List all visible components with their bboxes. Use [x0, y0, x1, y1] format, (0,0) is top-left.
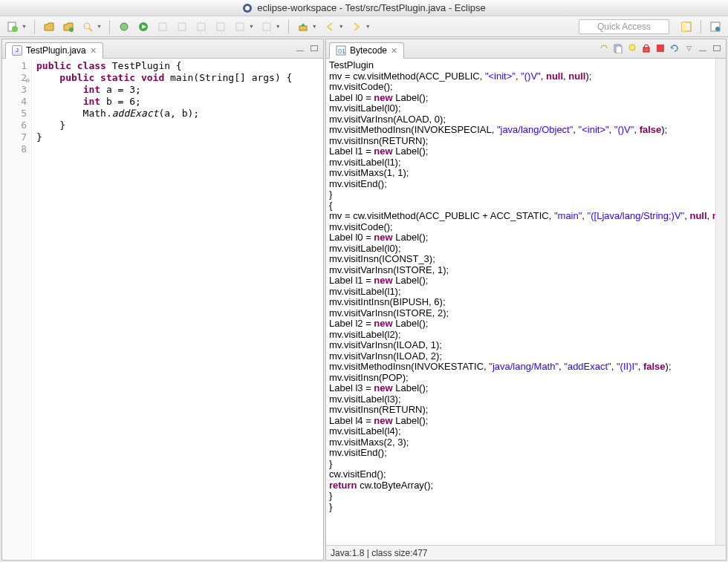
code-area[interactable]: public class TestPlugin { public static …	[32, 59, 323, 560]
open-type-button[interactable]	[60, 19, 77, 35]
bytecode-line: mv.visitMaxs(2, 3);	[329, 437, 712, 448]
bytecode-line: mv = cw.visitMethod(ACC_PUBLIC, "<init>"…	[329, 71, 712, 82]
scrollbar[interactable]	[715, 59, 726, 545]
perspective-button[interactable]	[678, 19, 695, 35]
bytecode-line: mv.visitLabel(l3);	[329, 394, 712, 405]
run-button[interactable]	[135, 19, 152, 35]
maximize-button[interactable]	[711, 42, 723, 54]
svg-rect-11	[198, 23, 205, 30]
bulb-button[interactable]	[626, 42, 638, 54]
dropdown-icon[interactable]: ▼	[22, 24, 27, 29]
debug-button[interactable]	[116, 19, 132, 35]
forward-button[interactable]	[348, 19, 365, 35]
svg-rect-23	[616, 46, 622, 53]
bytecode-line: Label l0 = new Label();	[329, 232, 712, 244]
bytecode-line: mv.visitInsn(RETURN);	[329, 405, 712, 416]
bytecode-line: Label l1 = new Label();	[329, 146, 712, 157]
bytecode-line: mv.visitInsn(POP);	[329, 373, 712, 384]
code-line[interactable]: int a = 3;	[36, 84, 319, 96]
bytecode-line: mv.visitIntInsn(BIPUSH, 6);	[329, 297, 712, 308]
svg-rect-17	[682, 22, 686, 31]
svg-point-1	[245, 6, 250, 10]
tool-button[interactable]	[193, 19, 209, 35]
copy-button[interactable]	[612, 42, 624, 54]
code-line[interactable]: }	[36, 120, 319, 131]
window-title: eclipse-workspace - Test/src/TestPlugin.…	[257, 2, 486, 13]
code-line[interactable]: public static void main(String[] args) {	[36, 72, 319, 84]
link-button[interactable]	[598, 42, 610, 54]
dropdown-icon[interactable]: ▼	[339, 24, 344, 29]
open-button[interactable]	[41, 19, 57, 35]
bytecode-line: return cw.toByteArray();	[329, 480, 712, 491]
code-line[interactable]: Math.addExact(a, b);	[36, 108, 319, 120]
bytecode-icon: 01	[336, 45, 346, 56]
status-text: Java:1.8 | class size:477	[331, 548, 428, 558]
lock-button[interactable]	[640, 42, 652, 54]
build-button[interactable]	[295, 19, 311, 35]
svg-point-5	[84, 23, 90, 29]
search-button[interactable]	[79, 19, 96, 35]
svg-line-6	[89, 28, 92, 31]
svg-rect-12	[217, 23, 224, 30]
minimize-button[interactable]	[294, 42, 306, 54]
minimize-button[interactable]	[697, 42, 709, 54]
bytecode-line: mv.visitVarInsn(ISTORE, 2);	[329, 308, 712, 319]
dropdown-icon[interactable]: ▼	[312, 24, 317, 29]
bytecode-line: }	[329, 189, 712, 200]
bytecode-line: cw.visitEnd();	[329, 469, 712, 480]
bytecode-line: mv = cw.visitMethod(ACC_PUBLIC + ACC_STA…	[329, 211, 712, 222]
bytecode-header: TestPlugin	[329, 60, 712, 71]
svg-rect-9	[159, 23, 166, 30]
editor-pane: J TestPlugin.java ✕ 12⊖345678 public cla…	[1, 39, 324, 561]
bytecode-line: mv.visitEnd();	[329, 448, 712, 459]
tool-button[interactable]	[232, 19, 248, 35]
bytecode-statusbar: Java:1.8 | class size:477	[326, 545, 726, 560]
tab-label: TestPlugin.java	[26, 45, 86, 56]
maximize-button[interactable]	[308, 42, 320, 54]
line-gutter: 12⊖345678	[2, 59, 32, 560]
java-perspective-button[interactable]	[707, 19, 724, 35]
svg-point-7	[120, 23, 128, 30]
bytecode-line: mv.visitLabel(l0);	[329, 244, 712, 255]
coverage-button[interactable]	[155, 19, 171, 35]
eclipse-icon	[242, 3, 253, 13]
code-line[interactable]: public class TestPlugin {	[36, 60, 319, 72]
svg-rect-10	[178, 23, 186, 30]
dropdown-icon[interactable]: ▼	[97, 24, 102, 29]
bytecode-line: mv.visitLabel(l2);	[329, 330, 712, 341]
view-menu-button[interactable]: ▽	[683, 42, 695, 54]
bytecode-pane: 01 Bytecode ✕ ▽ TestPluginmv = cw.visitM…	[325, 39, 727, 561]
dropdown-icon[interactable]: ▼	[249, 24, 254, 29]
line-number: 3	[2, 84, 27, 96]
new-button[interactable]	[4, 19, 21, 35]
bytecode-line: mv.visitVarInsn(ILOAD, 1);	[329, 340, 712, 351]
java-editor[interactable]: 12⊖345678 public class TestPlugin { publ…	[2, 59, 323, 560]
bytecode-line: mv.visitInsn(RETURN);	[329, 136, 712, 147]
close-icon[interactable]: ✕	[391, 46, 397, 56]
tool-button[interactable]	[212, 19, 229, 35]
code-line[interactable]: }	[36, 131, 319, 143]
stop-button[interactable]	[654, 42, 666, 54]
back-button[interactable]	[322, 19, 338, 35]
svg-point-24	[629, 45, 635, 50]
bytecode-line: Label l3 = new Label();	[329, 383, 712, 394]
tool-button[interactable]	[259, 19, 275, 35]
dropdown-icon[interactable]: ▼	[276, 24, 281, 29]
tab-bytecode[interactable]: 01 Bytecode ✕	[329, 42, 404, 59]
bytecode-view[interactable]: TestPluginmv = cw.visitMethod(ACC_PUBLIC…	[326, 59, 715, 545]
close-icon[interactable]: ✕	[90, 46, 97, 56]
bytecode-line: mv.visitMethodInsn(INVOKESTATIC, "java/l…	[329, 362, 712, 373]
tool-button[interactable]	[174, 19, 190, 35]
editor-tabrow: J TestPlugin.java ✕	[2, 39, 323, 59]
tab-label: Bytecode	[350, 45, 387, 56]
code-line[interactable]: int b = 6;	[36, 96, 319, 108]
tab-testplugin-java[interactable]: J TestPlugin.java ✕	[5, 42, 103, 59]
refresh-button[interactable]	[669, 42, 680, 54]
bytecode-line: mv.visitVarInsn(ALOAD, 0);	[329, 114, 712, 125]
quick-access-input[interactable]: Quick Access	[579, 19, 669, 34]
svg-rect-15	[299, 26, 307, 30]
dropdown-icon[interactable]: ▼	[365, 24, 371, 29]
bytecode-line: }	[329, 502, 712, 513]
java-file-icon: J	[12, 45, 22, 56]
bytecode-line: mv.visitCode();	[329, 82, 712, 93]
